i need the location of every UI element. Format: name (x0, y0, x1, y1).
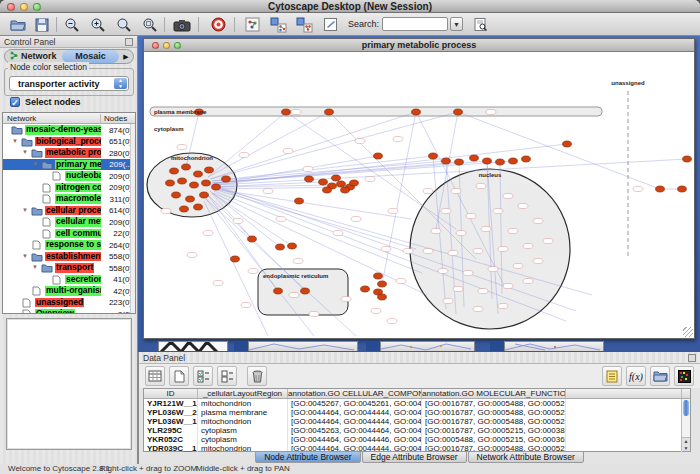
expand-arrow-icon[interactable]: ▼ (32, 161, 38, 167)
tree-row-primary-metabo[interactable]: ▼primary metabo209(... (3, 159, 135, 171)
network-node-small[interactable] (438, 268, 448, 273)
tree-row-transport[interactable]: ▼transport558(0) (3, 262, 135, 274)
network-node-small[interactable] (508, 228, 518, 233)
network-node-small[interactable] (448, 250, 458, 255)
network-node-small[interactable] (533, 218, 543, 223)
network-node-small[interactable] (423, 248, 433, 253)
tree-scrollbar[interactable] (130, 124, 135, 313)
table-cell[interactable] (566, 408, 682, 417)
network-node[interactable] (248, 236, 257, 242)
network-node[interactable] (341, 187, 350, 193)
network-node[interactable] (231, 256, 240, 262)
network-node-small[interactable] (466, 213, 476, 218)
network-node-small[interactable] (263, 188, 273, 193)
formula-builder-button[interactable]: f(x) (626, 366, 646, 386)
network-node[interactable] (274, 288, 283, 294)
table-cell[interactable]: [GO:0005488, GO:0005215, GO:0003674] (422, 435, 566, 444)
network-node[interactable] (305, 176, 314, 182)
background-window-fragment[interactable] (504, 341, 604, 351)
network-node-small[interactable] (393, 136, 403, 141)
zoom-fit-button[interactable] (114, 15, 134, 34)
zoom-out-button[interactable] (62, 15, 82, 34)
network-node[interactable] (455, 159, 464, 165)
table-column-header[interactable]: annotation.GO CELLULAR_COMPONENT (288, 389, 422, 398)
network-node-small[interactable] (488, 266, 498, 271)
table-row[interactable]: YKR052Ccytoplasm[GO:0044464, GO:0044446,… (144, 435, 690, 444)
apply-layout-button-2[interactable] (294, 15, 314, 34)
network-node-small[interactable] (463, 270, 473, 275)
network-node-small[interactable] (478, 288, 488, 293)
network-edge[interactable] (213, 189, 411, 219)
network-node[interactable] (170, 168, 179, 174)
network-node[interactable] (522, 156, 531, 162)
table-cell[interactable]: [GO:0016787, GO:0005215, GO:0003824, G..… (422, 426, 566, 435)
network-node-small[interactable] (283, 148, 293, 153)
table-cell[interactable]: [GO:0016787, GO:0005488, GO:0005215, G..… (422, 399, 566, 408)
network-node[interactable] (186, 196, 195, 202)
tree-row-nitrogen-compo[interactable]: nitrogen compo209(0) (3, 182, 135, 194)
network-node[interactable] (194, 171, 203, 177)
network-node-small[interactable] (291, 109, 301, 114)
search-input[interactable] (382, 17, 448, 31)
table-row[interactable]: YPL036W__2plasma membrane[GO:0044464, GO… (144, 408, 690, 417)
network-node[interactable] (332, 175, 341, 181)
table-cell[interactable]: [GO:0045267, GO:0045261, GO:0044464, G..… (288, 399, 422, 408)
network-node[interactable] (282, 109, 291, 115)
network-node-small[interactable] (423, 188, 433, 193)
apply-layout-button-1[interactable] (268, 15, 288, 34)
table-cell[interactable]: YKR052C (144, 435, 198, 444)
table-cell[interactable]: YPL036W__1 (144, 417, 198, 426)
network-node-small[interactable] (403, 248, 413, 253)
network-node-small[interactable] (203, 230, 213, 235)
network-node-small[interactable] (431, 228, 441, 233)
tree-row-overview[interactable]: Overview8(0) (3, 308, 135, 314)
save-session-button[interactable] (32, 15, 52, 34)
enhanced-search-button[interactable] (470, 15, 490, 34)
network-node[interactable] (319, 179, 328, 185)
unselect-all-attributes-button[interactable] (217, 366, 237, 386)
network-node[interactable] (276, 244, 285, 250)
table-cell[interactable]: plasma membrane (198, 408, 288, 417)
network-node[interactable] (442, 158, 451, 164)
background-window-fragment[interactable] (248, 341, 358, 351)
tree-column-network[interactable]: Network (7, 114, 36, 123)
network-node[interactable] (683, 156, 692, 162)
table-cell[interactable]: [GO:0044464, GO:0044446, GO:0044444, G..… (288, 435, 422, 444)
network-node-small[interactable] (351, 216, 361, 221)
tree-row-metabolic-process[interactable]: ▼metabolic process280(0) (3, 147, 135, 159)
table-cell[interactable]: [GO:0016787, GO:0005488, GO:0005215, G..… (422, 417, 566, 426)
table-row[interactable]: YLR295Ccytoplasm[GO:0045263, GO:0044464,… (144, 426, 690, 435)
network-node[interactable] (178, 178, 187, 184)
network-node-small[interactable] (476, 183, 486, 188)
network-node[interactable] (563, 141, 572, 147)
matrix-view-button[interactable] (674, 366, 694, 386)
expand-arrow-icon[interactable]: ▼ (22, 207, 28, 213)
delete-attribute-button[interactable] (247, 366, 267, 386)
network-node-small[interactable] (371, 308, 381, 313)
network-node[interactable] (337, 181, 346, 187)
network-node[interactable] (288, 243, 297, 249)
more-tabs-button[interactable]: ▶ (119, 50, 133, 63)
region-plasma-membrane[interactable] (150, 107, 602, 116)
tab-edge-attribute-browser[interactable]: Edge Attribute Browser (362, 451, 467, 463)
network-node-small[interactable] (441, 208, 451, 213)
expand-arrow-icon[interactable]: ▼ (22, 253, 28, 259)
network-node[interactable] (200, 192, 209, 198)
expand-arrow-icon[interactable]: ▼ (22, 149, 28, 155)
table-cell[interactable]: mitochondrion (198, 417, 288, 426)
attribute-list-button[interactable] (602, 366, 622, 386)
network-node[interactable] (180, 206, 189, 212)
table-cell[interactable] (566, 417, 682, 426)
network-node-small[interactable] (533, 258, 543, 263)
table-cell[interactable]: [GO:0045263, GO:0044464, GO:0044455, G..… (288, 426, 422, 435)
zoom-in-button[interactable] (88, 15, 108, 34)
network-node-small[interactable] (396, 278, 406, 283)
background-window-edge[interactable] (366, 341, 380, 351)
table-column-header[interactable]: annotation.GO MOLECULAR_FUNCTION (422, 389, 566, 398)
network-node[interactable] (509, 158, 518, 164)
network-node-small[interactable] (543, 238, 553, 243)
network-canvas[interactable]: plasma membranecytoplasmmitochondrionnuc… (144, 52, 694, 338)
table-row[interactable]: YPL036W__1mitochondrion[GO:0044464, GO:0… (144, 417, 690, 426)
scrollbar-thumb[interactable] (683, 400, 689, 416)
node-color-dropdown[interactable]: transporter activity ▲▼ (9, 76, 129, 91)
